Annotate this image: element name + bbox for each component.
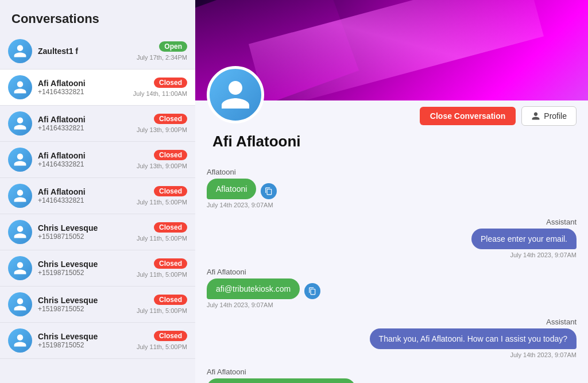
- conv-phone: +15198715052: [38, 269, 137, 277]
- conv-name: Afi Aflatooni: [38, 115, 137, 124]
- conv-phone: +14164332821: [38, 196, 137, 204]
- conv-info: Zaultest1 f: [38, 47, 137, 56]
- status-badge: Closed: [154, 295, 187, 305]
- conv-info: Chris Levesque +15198715052: [38, 223, 137, 241]
- conv-date: July 11th, 5:00PM: [137, 343, 187, 350]
- conv-name: Afi Aflatooni: [38, 151, 137, 160]
- conv-meta: Closed July 13th, 9:00PM: [137, 150, 187, 169]
- msg-sender: Afi Aflatooni: [207, 367, 577, 376]
- conversation-item[interactable]: Afi Aflatooni +14164332821 Closed July 1…: [0, 106, 195, 142]
- conversation-item[interactable]: Afi Aflatooni +14164332821 Closed July 1…: [0, 69, 195, 106]
- conv-date: July 11th, 5:00PM: [137, 199, 187, 206]
- conv-date: July 11th, 5:00PM: [137, 235, 187, 242]
- conv-info: Afi Aflatooni +14164332821: [38, 115, 137, 132]
- msg-bubble: Aflatooni: [207, 179, 256, 199]
- conversation-list: Zaultest1 f Open July 17th, 2:34PM Afi A…: [0, 33, 195, 383]
- conv-avatar: [8, 328, 32, 353]
- sidebar-title: Conversations: [0, 0, 195, 33]
- conv-avatar: [8, 292, 32, 316]
- conv-avatar: [8, 75, 32, 99]
- conversation-item[interactable]: Chris Levesque +15198715052 Closed July …: [0, 214, 195, 250]
- conv-phone: +14164332821: [38, 124, 137, 132]
- msg-bubble: Please enter your email.: [471, 229, 577, 249]
- conv-name: Chris Levesque: [38, 260, 137, 269]
- conv-meta: Closed July 11th, 5:00PM: [137, 186, 187, 206]
- chat-area: Aflatooni Aflatooni July 14th 2023, 9:07…: [195, 158, 588, 383]
- conv-name: Chris Levesque: [38, 332, 137, 341]
- profile-section: Close Conversation Profile Afi Aflatooni: [195, 100, 588, 158]
- status-badge: Closed: [154, 150, 187, 160]
- close-conversation-button[interactable]: Close Conversation: [420, 107, 516, 125]
- conversation-item[interactable]: Chris Levesque +15198715052 Closed July …: [0, 323, 195, 359]
- conv-avatar: [8, 148, 32, 172]
- msg-time: July 14th 2023, 9:07AM: [207, 351, 577, 358]
- conversation-item[interactable]: Chris Levesque +15198715052 Closed July …: [0, 287, 195, 323]
- main-content: Close Conversation Profile Afi Aflatooni…: [195, 0, 588, 383]
- conversation-item[interactable]: Afi Aflatooni +14164332821 Closed July 1…: [0, 142, 195, 178]
- msg-time: July 14th 2023, 9:07AM: [207, 202, 577, 208]
- msg-row: Please enter your email.: [207, 229, 577, 249]
- msg-row: Aflatooni: [207, 179, 577, 199]
- conv-name: Afi Aflatooni: [38, 187, 137, 196]
- msg-row: afi@tributekiosk.com: [207, 278, 577, 299]
- conv-date: July 13th, 9:00PM: [137, 163, 187, 169]
- msg-sender: Assistant: [207, 318, 577, 326]
- sidebar: Conversations Zaultest1 f Open July 17th…: [0, 0, 195, 383]
- conv-meta: Closed July 11th, 5:00PM: [137, 258, 187, 278]
- chat-message-group: Assistant Thank you, Afi Aflatooni. How …: [207, 318, 577, 358]
- msg-sender: Aflatooni: [207, 168, 577, 176]
- conv-name: Zaultest1 f: [38, 47, 137, 56]
- profile-avatar: [207, 66, 264, 123]
- conv-date: July 14th, 11:00AM: [133, 90, 187, 97]
- conv-date: July 11th, 5:00PM: [137, 271, 187, 278]
- msg-time: July 14th 2023, 9:07AM: [207, 252, 577, 258]
- msg-sender: Assistant: [207, 218, 577, 226]
- status-badge: Closed: [154, 78, 187, 88]
- chat-message-group: Aflatooni Aflatooni July 14th 2023, 9:07…: [207, 168, 577, 208]
- msg-row: what classes do you have available?: [207, 378, 577, 383]
- status-badge: Closed: [154, 258, 187, 269]
- status-badge: Closed: [154, 222, 187, 233]
- conv-meta: Closed July 11th, 5:00PM: [137, 295, 187, 314]
- chat-message-group: Afi Aflatooni what classes do you have a…: [207, 367, 577, 383]
- conversation-item[interactable]: Chris Levesque +15198715052 Closed July …: [0, 250, 195, 287]
- chat-message-group: Assistant Please enter your email. July …: [207, 218, 577, 258]
- msg-bubble: what classes do you have available?: [207, 378, 355, 383]
- conv-avatar: [8, 111, 32, 136]
- conv-date: July 13th, 9:00PM: [137, 126, 187, 133]
- conv-info: Chris Levesque +15198715052: [38, 260, 137, 277]
- status-badge: Closed: [154, 186, 187, 196]
- conv-phone: +14164332821: [38, 88, 133, 96]
- conv-info: Afi Aflatooni +14164332821: [38, 79, 133, 96]
- status-badge: Open: [159, 41, 187, 52]
- conv-avatar: [8, 256, 32, 280]
- conversation-item[interactable]: Afi Aflatooni +14164332821 Closed July 1…: [0, 178, 195, 214]
- conv-info: Chris Levesque +15198715052: [38, 296, 137, 313]
- conv-name: Chris Levesque: [38, 223, 137, 233]
- conv-meta: Closed July 14th, 11:00AM: [133, 78, 187, 97]
- profile-icon: [531, 111, 540, 121]
- conv-info: Chris Levesque +15198715052: [38, 332, 137, 349]
- profile-name: Afi Aflatooni: [212, 130, 577, 150]
- conv-date: July 17th, 2:34PM: [137, 54, 187, 61]
- profile-button-label: Profile: [544, 111, 567, 121]
- conv-phone: +15198715052: [38, 305, 137, 313]
- conv-meta: Closed July 11th, 5:00PM: [137, 331, 187, 350]
- profile-button[interactable]: Profile: [521, 106, 577, 126]
- msg-sender: Afi Aflatooni: [207, 268, 577, 276]
- conv-phone: +14164332821: [38, 160, 137, 168]
- conv-name: Afi Aflatooni: [38, 79, 133, 88]
- conversation-item[interactable]: Zaultest1 f Open July 17th, 2:34PM: [0, 33, 195, 69]
- conv-info: Afi Aflatooni +14164332821: [38, 187, 137, 204]
- msg-bubble: afi@tributekiosk.com: [207, 278, 300, 299]
- copy-icon[interactable]: [304, 283, 320, 299]
- status-badge: Closed: [154, 331, 187, 341]
- conv-avatar: [8, 39, 32, 63]
- msg-bubble: Thank you, Afi Aflatooni. How can I assi…: [370, 328, 577, 349]
- conv-phone: +15198715052: [38, 341, 137, 349]
- conv-meta: Closed July 11th, 5:00PM: [137, 222, 187, 242]
- chat-message-group: Afi Aflatooni afi@tributekiosk.com July …: [207, 268, 577, 308]
- copy-icon[interactable]: [261, 183, 277, 199]
- conv-meta: Closed July 13th, 9:00PM: [137, 114, 187, 133]
- msg-row: Thank you, Afi Aflatooni. How can I assi…: [207, 328, 577, 349]
